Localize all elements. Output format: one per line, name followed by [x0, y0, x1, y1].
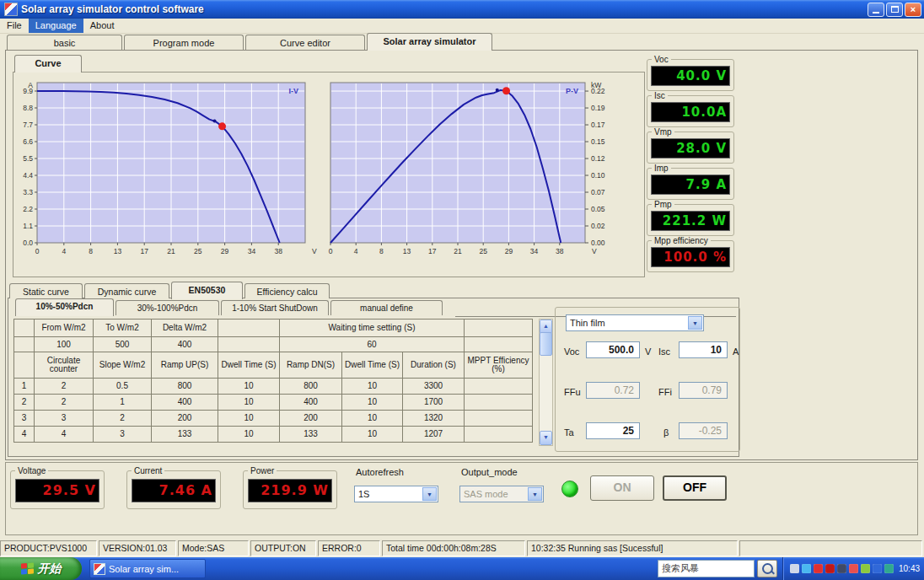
- autorefresh-select[interactable]: 1S ▼: [354, 486, 438, 502]
- readout-label: Voc: [652, 55, 671, 64]
- svg-text:21: 21: [454, 247, 462, 255]
- close-button[interactable]: ×: [905, 3, 921, 17]
- table-cell[interactable]: 133: [280, 427, 342, 443]
- table-cell[interactable]: 800: [152, 379, 218, 395]
- tab-curve[interactable]: Curve: [14, 55, 82, 72]
- table-cell[interactable]: [465, 427, 533, 443]
- table-cell[interactable]: 3300: [403, 379, 465, 395]
- svg-text:I-V: I-V: [288, 87, 298, 95]
- on-button[interactable]: ON: [590, 475, 654, 501]
- table-cell[interactable]: 400: [280, 395, 342, 411]
- param-field-voc[interactable]: 500.0: [586, 341, 640, 358]
- table-cell[interactable]: 1207: [403, 427, 465, 443]
- menu-language[interactable]: Language: [29, 19, 83, 33]
- search-input[interactable]: 搜索风暴: [658, 560, 755, 577]
- chevron-down-icon[interactable]: ▼: [422, 487, 437, 501]
- table-cell[interactable]: 200: [152, 411, 218, 427]
- table-cell[interactable]: 0.5: [94, 379, 152, 395]
- table-cell[interactable]: 10: [218, 411, 280, 427]
- title-bar: Solar array simulator control software ×: [0, 0, 924, 19]
- tab-en50530[interactable]: EN50530: [171, 282, 243, 299]
- table-header-cell: MPPT Efficiency (%): [465, 352, 533, 379]
- table-header-cell: [465, 320, 533, 337]
- messenger-icon[interactable]: [802, 564, 811, 573]
- sub-tab-10-50-pdcn[interactable]: 10%-50%Pdcn: [15, 298, 114, 316]
- table-cell[interactable]: 1: [94, 395, 152, 411]
- tab-curve-editor[interactable]: Curve editor: [245, 35, 365, 50]
- tab-solar-array-simulator[interactable]: Solar array simulator: [367, 33, 492, 51]
- table-scrollbar[interactable]: ▲ ▼: [539, 319, 553, 446]
- tab-static-curve[interactable]: Static curve: [9, 283, 83, 298]
- readout-label: Imp: [652, 164, 671, 173]
- tab-program-mode[interactable]: Program mode: [124, 35, 244, 50]
- svg-text:13: 13: [403, 247, 411, 255]
- svg-text:3.3: 3.3: [23, 188, 33, 196]
- table-cell[interactable]: 10: [218, 379, 280, 395]
- param-label-: β: [663, 427, 669, 438]
- maximize-button[interactable]: [886, 3, 903, 17]
- table-cell[interactable]: 2: [94, 411, 152, 427]
- antivirus-icon[interactable]: [825, 564, 835, 573]
- sub-tab-30-100-pdcn[interactable]: 30%-100%Pdcn: [116, 300, 219, 315]
- search-button[interactable]: [757, 560, 777, 577]
- sub-tab-manual-define[interactable]: manual define: [330, 300, 443, 315]
- sub-tab-1-10-start-shutdown[interactable]: 1-10% Start ShutDown: [221, 300, 329, 315]
- table-cell[interactable]: 10: [218, 427, 280, 443]
- table-cell[interactable]: 1700: [403, 395, 465, 411]
- table-cell[interactable]: 800: [280, 379, 342, 395]
- table-cell[interactable]: 4: [35, 427, 94, 443]
- table-row: 44313310133101207: [14, 427, 533, 443]
- table-cell[interactable]: 10: [218, 395, 280, 411]
- table-cell[interactable]: 133: [152, 427, 218, 443]
- security-center-icon[interactable]: [814, 564, 823, 573]
- table-cell[interactable]: 2: [35, 395, 94, 411]
- table-cell[interactable]: 10: [342, 411, 403, 427]
- svg-text:0.0: 0.0: [23, 239, 33, 247]
- update-icon[interactable]: [861, 564, 870, 573]
- param-field-ta[interactable]: 25: [586, 422, 640, 439]
- table-cell[interactable]: 3: [35, 411, 94, 427]
- readout-pmp: Pmp221.2 W: [647, 204, 734, 236]
- table-cell[interactable]: [465, 379, 533, 395]
- shield-green-icon[interactable]: [884, 564, 894, 573]
- minimize-button[interactable]: [868, 3, 884, 17]
- app-icon: [4, 3, 18, 16]
- media-player-icon[interactable]: [849, 564, 858, 573]
- start-button[interactable]: 开始: [0, 557, 82, 580]
- taskbar: 开始 Solar array sim... 搜索风暴 10:43: [0, 557, 924, 580]
- shield-blue-icon[interactable]: [873, 564, 882, 573]
- table-cell[interactable]: [465, 395, 533, 411]
- svg-text:0: 0: [35, 247, 40, 255]
- meter-value: 7.46 A: [132, 479, 216, 502]
- table-cell[interactable]: 1320: [403, 411, 465, 427]
- table-cell[interactable]: 2: [35, 379, 94, 395]
- table-cell[interactable]: 10: [342, 395, 403, 411]
- table-cell[interactable]: 200: [280, 411, 342, 427]
- table-cell[interactable]: 10: [342, 427, 403, 443]
- menu-file[interactable]: File: [0, 19, 29, 33]
- param-field-isc[interactable]: 10: [679, 341, 728, 358]
- table-cell[interactable]: 10: [342, 379, 403, 395]
- param-unit: V: [645, 346, 651, 357]
- scrollbar-thumb[interactable]: [540, 332, 552, 356]
- volume-icon[interactable]: [790, 564, 799, 573]
- input-method-icon[interactable]: [837, 564, 846, 573]
- main-tab-strip: basicProgram modeCurve editorSolar array…: [7, 35, 492, 51]
- param-field-ffu: 0.72: [586, 382, 640, 399]
- svg-text:0.19: 0.19: [591, 104, 605, 112]
- tab-dynamic-curve[interactable]: Dynamic curve: [84, 283, 169, 298]
- svg-text:kW: kW: [591, 81, 601, 89]
- pv-technology-select[interactable]: Thin film ▼: [566, 314, 704, 331]
- svg-text:4: 4: [354, 247, 358, 255]
- tab-basic[interactable]: basic: [7, 35, 122, 50]
- scroll-down-icon[interactable]: ▼: [540, 431, 552, 445]
- table-cell[interactable]: 400: [152, 395, 218, 411]
- tab-efficiency-calcu[interactable]: Efficiency calcu: [244, 283, 330, 298]
- chevron-down-icon[interactable]: ▼: [688, 316, 702, 330]
- menu-about[interactable]: About: [83, 19, 121, 33]
- table-cell[interactable]: [465, 411, 533, 427]
- table-cell[interactable]: 3: [94, 427, 152, 443]
- off-button[interactable]: OFF: [663, 475, 727, 501]
- svg-text:V: V: [312, 247, 317, 255]
- taskbar-task-button[interactable]: Solar array sim...: [89, 559, 206, 578]
